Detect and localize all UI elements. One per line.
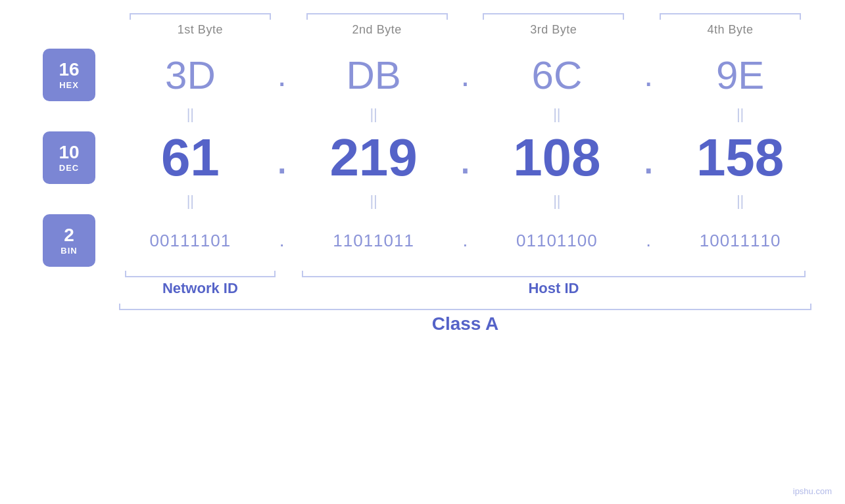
byte1-bracket-top — [112, 13, 289, 20]
hex-dot2: . — [452, 56, 479, 94]
byte-header-row: 1st Byte 2nd Byte 3rd Byte 4th Byte — [26, 23, 819, 37]
hex-badge-num: 16 — [59, 60, 79, 80]
eq2-b2: || — [295, 193, 452, 210]
bottom-section: Network ID Host ID Class A — [26, 271, 819, 334]
hex-b1: 3D — [112, 53, 269, 98]
bin-dot3: . — [635, 230, 662, 251]
hex-b3: 6C — [479, 53, 636, 98]
byte-headers — [26, 13, 819, 20]
byte3-label: 3rd Byte — [466, 23, 642, 37]
bin-dot1: . — [269, 230, 295, 251]
bin-dot2: . — [452, 230, 479, 251]
class-label-row: Class A — [26, 310, 819, 334]
dec-b4: 158 — [662, 127, 819, 188]
bin-b3: 01101100 — [479, 231, 636, 251]
bin-row: 2 BIN 00111101 . 11011011 . 01101100 . 1… — [26, 214, 819, 267]
network-bracket — [112, 271, 289, 277]
dec-dot2: . — [452, 131, 479, 184]
byte1-label: 1st Byte — [112, 23, 289, 37]
byte4-bracket-top — [642, 13, 819, 20]
hex-b2: DB — [295, 53, 452, 98]
bin-b4: 10011110 — [662, 231, 819, 251]
dec-dot1: . — [269, 131, 295, 184]
eq1-b3: || — [479, 106, 636, 123]
byte3-bracket-top — [466, 13, 642, 20]
main-container: 1st Byte 2nd Byte 3rd Byte 4th Byte 16 H… — [0, 0, 845, 504]
host-id-label: Host ID — [289, 277, 819, 297]
network-host-labels: Network ID Host ID — [26, 277, 819, 297]
bin-b1: 00111101 — [112, 231, 269, 251]
byte2-bracket-top — [289, 13, 466, 20]
bin-badge-num: 2 — [64, 225, 74, 246]
watermark: ipshu.com — [793, 486, 832, 496]
dec-b2: 219 — [295, 127, 452, 188]
byte2-label: 2nd Byte — [289, 23, 466, 37]
dec-badge: 10 DEC — [43, 131, 95, 184]
equals-row-2: || || || || — [26, 188, 819, 214]
bin-badge: 2 BIN — [43, 214, 95, 267]
eq1-b2: || — [295, 106, 452, 123]
class-bracket-line — [112, 304, 819, 310]
eq2-b3: || — [479, 193, 636, 210]
byte4-label: 4th Byte — [642, 23, 819, 37]
equals-row-1: || || || || — [26, 101, 819, 127]
class-label: Class A — [112, 310, 819, 334]
hex-badge-text: HEX — [59, 80, 79, 90]
dec-dot3: . — [635, 131, 662, 184]
class-bracket — [26, 304, 819, 310]
dec-b1: 61 — [112, 127, 269, 188]
bin-b2: 11011011 — [295, 231, 452, 251]
hex-dot1: . — [269, 56, 295, 94]
dec-badge-text: DEC — [59, 163, 79, 173]
bin-badge-text: BIN — [60, 246, 77, 256]
network-host-brackets — [26, 271, 819, 277]
eq2-b4: || — [662, 193, 819, 210]
dec-row: 10 DEC 61 . 219 . 108 . 158 — [26, 127, 819, 188]
hex-row: 16 HEX 3D . DB . 6C . 9E — [26, 49, 819, 101]
hex-badge: 16 HEX — [43, 49, 95, 101]
hex-dot3: . — [635, 56, 662, 94]
eq2-b1: || — [112, 193, 269, 210]
host-bracket — [289, 271, 819, 277]
eq1-b1: || — [112, 106, 269, 123]
eq1-b4: || — [662, 106, 819, 123]
dec-badge-num: 10 — [59, 143, 79, 163]
network-id-label: Network ID — [112, 277, 289, 297]
dec-b3: 108 — [479, 127, 636, 188]
hex-b4: 9E — [662, 53, 819, 98]
